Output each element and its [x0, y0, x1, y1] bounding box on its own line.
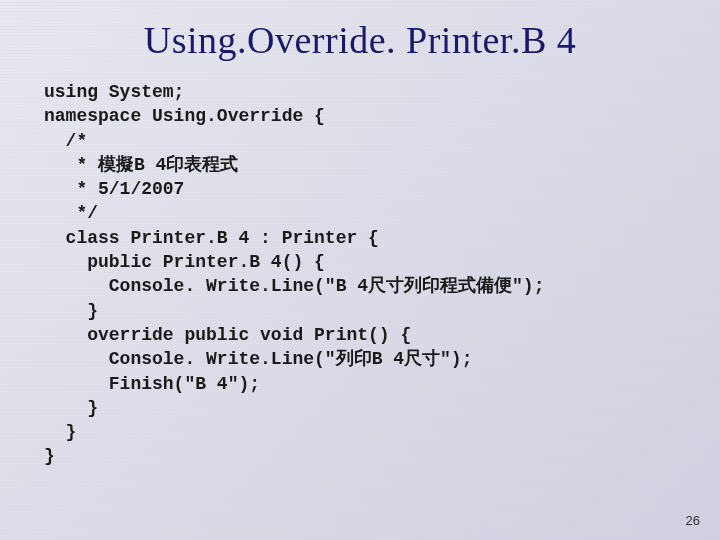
code-line: }	[44, 446, 55, 466]
code-line: Console. Write.Line("B 4尺寸列印程式備便");	[44, 276, 544, 296]
code-line: }	[44, 422, 76, 442]
code-line: */	[44, 203, 98, 223]
slide-title: Using.Override. Printer.B 4	[44, 18, 676, 62]
code-line: /*	[44, 131, 87, 151]
code-block: using System; namespace Using.Override {…	[44, 80, 676, 469]
code-line: * 模擬B 4印表程式	[44, 155, 238, 175]
page-number: 26	[686, 513, 700, 528]
code-line: * 5/1/2007	[44, 179, 184, 199]
code-line: namespace Using.Override {	[44, 106, 325, 126]
code-line: }	[44, 301, 98, 321]
code-line: using System;	[44, 82, 184, 102]
code-line: Console. Write.Line("列印B 4尺寸");	[44, 349, 472, 369]
code-line: public Printer.B 4() {	[44, 252, 325, 272]
code-line: Finish("B 4");	[44, 374, 260, 394]
slide-container: Using.Override. Printer.B 4 using System…	[0, 0, 720, 540]
code-line: class Printer.B 4 : Printer {	[44, 228, 379, 248]
code-line: override public void Print() {	[44, 325, 411, 345]
code-line: }	[44, 398, 98, 418]
